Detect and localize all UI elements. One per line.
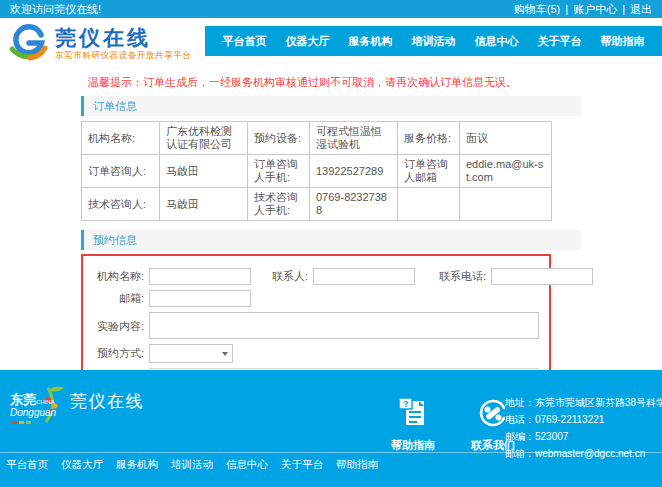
email-label: 邮箱: (85, 291, 149, 306)
logo-mark-icon (8, 22, 50, 66)
order-field-value: 马啟田 (160, 188, 248, 221)
dongguan-city-logo: 东莞 CHINA Dongguan (8, 378, 68, 444)
site-logo[interactable]: 莞仪在线 东莞市科研仪器设备开放共享平台 (8, 22, 192, 66)
order-field-label: 预约设备: (248, 122, 310, 155)
order-field-label: 机构名称: (82, 122, 160, 155)
separator: | (622, 3, 625, 15)
order-field-label: 订单咨询人手机: (248, 155, 310, 188)
nav-item-home[interactable]: 平台首页 (223, 34, 267, 49)
welcome-text: 欢迎访问莞仪在线! (10, 2, 101, 17)
cart-link[interactable]: 购物车(5) (514, 2, 560, 17)
phone-value: 0769-22113221 (535, 414, 604, 425)
org-name-label: 机构名称: (85, 269, 149, 284)
booking-info-section-header: 预约信息 (81, 230, 581, 250)
logout-link[interactable]: 退出 (630, 2, 652, 17)
svg-text:东莞: 东莞 (9, 392, 37, 407)
footer-nav-help[interactable]: 帮助指南 (336, 458, 378, 472)
phone-label: 电话： (505, 414, 535, 425)
warning-tip: 温馨提示：订单生成后，一经服务机构审核通过则不可取消，请再次确认订单信息无误。 (88, 75, 662, 90)
order-field-value: 广东优科检测认证有限公司 (160, 122, 248, 155)
contact-phone-label: 联系电话: (431, 269, 491, 284)
site-title: 莞仪在线 (55, 26, 192, 49)
nav-item-instruments[interactable]: 仪器大厅 (286, 34, 330, 49)
contact-person-label: 联系人: (265, 269, 313, 284)
order-info-table: 机构名称: 广东优科检测认证有限公司 预约设备: 可程式恒温恒湿试验机 服务价格… (81, 121, 552, 221)
order-field-value: 马啟田 (160, 155, 248, 188)
nav-item-training[interactable]: 培训活动 (412, 34, 456, 49)
top-utility-bar: 欢迎访问莞仪在线! 购物车(5) | 账户中心 | 退出 (0, 0, 662, 18)
footer-brand: 莞仪在线 (70, 390, 144, 413)
footer-nav-instruments[interactable]: 仪器大厅 (61, 458, 103, 472)
nav-item-info-center[interactable]: 信息中心 (475, 34, 519, 49)
order-field-label: 订单咨询人: (82, 155, 160, 188)
nav-item-agencies[interactable]: 服务机构 (349, 34, 393, 49)
order-field-value: 可程式恒温恒湿试验机 (310, 122, 398, 155)
order-field-label: 技术咨询人: (82, 188, 160, 221)
contact-phone-input[interactable] (491, 268, 593, 285)
order-field-value: 0769-82327388 (310, 188, 398, 221)
order-field-value: 面议 (460, 122, 552, 155)
separator: | (565, 3, 568, 15)
booking-method-select[interactable] (149, 344, 233, 363)
order-field-label (398, 188, 460, 221)
org-name-input[interactable] (149, 268, 251, 285)
experiment-content-textarea[interactable] (149, 312, 539, 339)
footer-nav-agencies[interactable]: 服务机构 (116, 458, 158, 472)
footer-nav-training[interactable]: 培训活动 (171, 458, 213, 472)
address-value: 东莞市莞城区新芬路38号科学馆六楼 (535, 397, 662, 408)
order-field-value (460, 188, 552, 221)
footer-divider (0, 452, 662, 453)
help-doc-icon: ? (398, 397, 428, 433)
table-row: 技术咨询人: 马啟田 技术咨询人手机: 0769-82327388 (82, 188, 552, 221)
footer-help-link[interactable]: ? 帮助指南 (384, 397, 442, 453)
order-info-section-header: 订单信息 (81, 96, 581, 116)
footer-nav: 平台首页 仪器大厅 服务机构 培训活动 信息中心 关于平台 帮助指南 (6, 458, 378, 472)
nav-item-about[interactable]: 关于平台 (538, 34, 582, 49)
table-row: 订单咨询人: 马啟田 订单咨询人手机: 13922527289 订单咨询人邮箱 … (82, 155, 552, 188)
booking-method-label: 预约方式: (85, 346, 149, 361)
footer: 东莞 CHINA Dongguan 莞仪在线 ? 帮助 (0, 370, 662, 487)
site-header: 莞仪在线 东莞市科研仪器设备开放共享平台 平台首页 仪器大厅 服务机构 培训活动… (0, 18, 662, 66)
address-label: 地址： (505, 397, 535, 408)
email-input[interactable] (149, 290, 251, 307)
order-field-label: 订单咨询人邮箱 (398, 155, 460, 188)
footer-help-label: 帮助指南 (391, 438, 435, 453)
svg-text:Dongguan: Dongguan (10, 407, 57, 418)
order-field-label: 服务价格: (398, 122, 460, 155)
svg-text:CHINA: CHINA (36, 399, 55, 405)
zip-value: 523007 (535, 431, 568, 442)
email-label: 邮箱： (505, 448, 535, 459)
account-center-link[interactable]: 账户中心 (573, 2, 617, 17)
footer-nav-about[interactable]: 关于平台 (281, 458, 323, 472)
footer-nav-info-center[interactable]: 信息中心 (226, 458, 268, 472)
zip-label: 邮编： (505, 431, 535, 442)
email-value: webmaster@dgcc.net.cn (535, 448, 645, 459)
experiment-content-label: 实验内容: (85, 319, 149, 334)
site-subtitle: 东莞市科研仪器设备开放共享平台 (55, 50, 192, 62)
table-row: 机构名称: 广东优科检测认证有限公司 预约设备: 可程式恒温恒湿试验机 服务价格… (82, 122, 552, 155)
order-field-label: 技术咨询人手机: (248, 188, 310, 221)
svg-text:?: ? (403, 399, 409, 409)
order-field-value: eddie.ma@uk-st.com (460, 155, 552, 188)
main-nav: 平台首页 仪器大厅 服务机构 培训活动 信息中心 关于平台 帮助指南 (205, 26, 662, 56)
contact-person-input[interactable] (313, 268, 415, 285)
nav-item-help[interactable]: 帮助指南 (601, 34, 645, 49)
order-field-value: 13922527289 (310, 155, 398, 188)
footer-nav-home[interactable]: 平台首页 (6, 458, 48, 472)
